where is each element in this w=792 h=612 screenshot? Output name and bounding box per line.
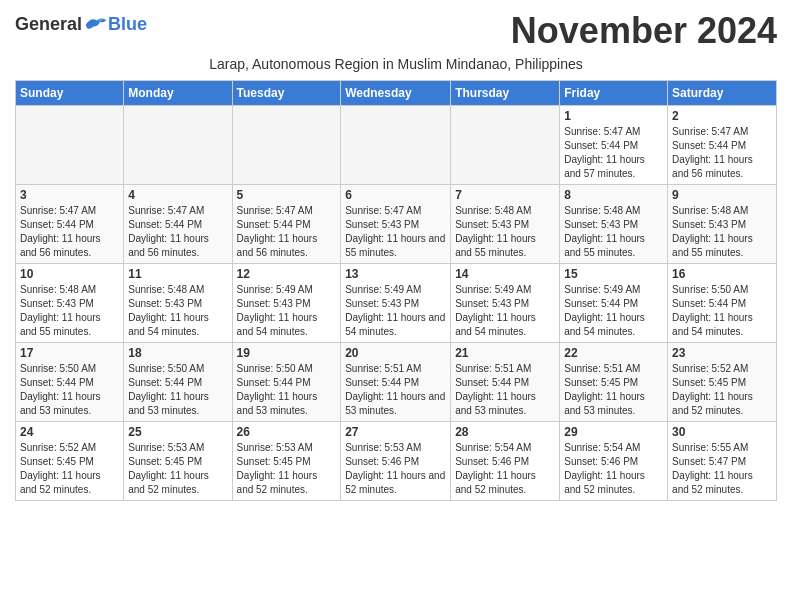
calendar-week-row: 1Sunrise: 5:47 AM Sunset: 5:44 PM Daylig…	[16, 106, 777, 185]
day-number: 13	[345, 267, 446, 281]
calendar-day-cell: 8Sunrise: 5:48 AM Sunset: 5:43 PM Daylig…	[560, 185, 668, 264]
day-number: 28	[455, 425, 555, 439]
logo-blue-text: Blue	[108, 14, 147, 35]
calendar-day-cell: 17Sunrise: 5:50 AM Sunset: 5:44 PM Dayli…	[16, 343, 124, 422]
logo: General Blue	[15, 14, 147, 35]
day-info: Sunrise: 5:47 AM Sunset: 5:44 PM Dayligh…	[237, 204, 337, 260]
calendar-day-cell: 20Sunrise: 5:51 AM Sunset: 5:44 PM Dayli…	[341, 343, 451, 422]
day-info: Sunrise: 5:47 AM Sunset: 5:44 PM Dayligh…	[20, 204, 119, 260]
calendar-day-cell: 16Sunrise: 5:50 AM Sunset: 5:44 PM Dayli…	[668, 264, 777, 343]
calendar-day-cell: 25Sunrise: 5:53 AM Sunset: 5:45 PM Dayli…	[124, 422, 232, 501]
weekday-header: Friday	[560, 81, 668, 106]
calendar-day-cell: 10Sunrise: 5:48 AM Sunset: 5:43 PM Dayli…	[16, 264, 124, 343]
day-info: Sunrise: 5:48 AM Sunset: 5:43 PM Dayligh…	[128, 283, 227, 339]
day-number: 7	[455, 188, 555, 202]
weekday-header: Thursday	[451, 81, 560, 106]
day-info: Sunrise: 5:55 AM Sunset: 5:47 PM Dayligh…	[672, 441, 772, 497]
day-info: Sunrise: 5:48 AM Sunset: 5:43 PM Dayligh…	[672, 204, 772, 260]
calendar-day-cell: 28Sunrise: 5:54 AM Sunset: 5:46 PM Dayli…	[451, 422, 560, 501]
day-info: Sunrise: 5:47 AM Sunset: 5:43 PM Dayligh…	[345, 204, 446, 260]
calendar-day-cell: 13Sunrise: 5:49 AM Sunset: 5:43 PM Dayli…	[341, 264, 451, 343]
calendar-week-row: 3Sunrise: 5:47 AM Sunset: 5:44 PM Daylig…	[16, 185, 777, 264]
calendar-subtitle: Larap, Autonomous Region in Muslim Minda…	[15, 56, 777, 72]
weekday-header: Saturday	[668, 81, 777, 106]
calendar-day-cell	[232, 106, 341, 185]
day-info: Sunrise: 5:49 AM Sunset: 5:43 PM Dayligh…	[345, 283, 446, 339]
day-info: Sunrise: 5:53 AM Sunset: 5:45 PM Dayligh…	[128, 441, 227, 497]
day-info: Sunrise: 5:52 AM Sunset: 5:45 PM Dayligh…	[672, 362, 772, 418]
day-number: 29	[564, 425, 663, 439]
day-info: Sunrise: 5:47 AM Sunset: 5:44 PM Dayligh…	[128, 204, 227, 260]
day-info: Sunrise: 5:53 AM Sunset: 5:46 PM Dayligh…	[345, 441, 446, 497]
day-number: 20	[345, 346, 446, 360]
calendar-day-cell: 22Sunrise: 5:51 AM Sunset: 5:45 PM Dayli…	[560, 343, 668, 422]
day-number: 15	[564, 267, 663, 281]
logo-general-text: General	[15, 14, 82, 35]
calendar-day-cell: 21Sunrise: 5:51 AM Sunset: 5:44 PM Dayli…	[451, 343, 560, 422]
calendar-day-cell: 1Sunrise: 5:47 AM Sunset: 5:44 PM Daylig…	[560, 106, 668, 185]
day-number: 17	[20, 346, 119, 360]
calendar-week-row: 17Sunrise: 5:50 AM Sunset: 5:44 PM Dayli…	[16, 343, 777, 422]
day-info: Sunrise: 5:48 AM Sunset: 5:43 PM Dayligh…	[455, 204, 555, 260]
calendar-day-cell: 26Sunrise: 5:53 AM Sunset: 5:45 PM Dayli…	[232, 422, 341, 501]
day-number: 22	[564, 346, 663, 360]
calendar-day-cell: 3Sunrise: 5:47 AM Sunset: 5:44 PM Daylig…	[16, 185, 124, 264]
calendar-day-cell: 19Sunrise: 5:50 AM Sunset: 5:44 PM Dayli…	[232, 343, 341, 422]
day-info: Sunrise: 5:50 AM Sunset: 5:44 PM Dayligh…	[672, 283, 772, 339]
calendar-day-cell	[124, 106, 232, 185]
calendar-day-cell: 2Sunrise: 5:47 AM Sunset: 5:44 PM Daylig…	[668, 106, 777, 185]
calendar-day-cell	[451, 106, 560, 185]
day-number: 11	[128, 267, 227, 281]
day-number: 19	[237, 346, 337, 360]
day-info: Sunrise: 5:51 AM Sunset: 5:45 PM Dayligh…	[564, 362, 663, 418]
day-number: 23	[672, 346, 772, 360]
day-info: Sunrise: 5:49 AM Sunset: 5:44 PM Dayligh…	[564, 283, 663, 339]
weekday-header: Wednesday	[341, 81, 451, 106]
day-number: 21	[455, 346, 555, 360]
day-number: 25	[128, 425, 227, 439]
day-number: 9	[672, 188, 772, 202]
calendar-day-cell: 24Sunrise: 5:52 AM Sunset: 5:45 PM Dayli…	[16, 422, 124, 501]
day-number: 4	[128, 188, 227, 202]
calendar-day-cell: 30Sunrise: 5:55 AM Sunset: 5:47 PM Dayli…	[668, 422, 777, 501]
calendar-day-cell: 5Sunrise: 5:47 AM Sunset: 5:44 PM Daylig…	[232, 185, 341, 264]
day-number: 16	[672, 267, 772, 281]
day-number: 6	[345, 188, 446, 202]
calendar-day-cell: 4Sunrise: 5:47 AM Sunset: 5:44 PM Daylig…	[124, 185, 232, 264]
calendar-day-cell: 18Sunrise: 5:50 AM Sunset: 5:44 PM Dayli…	[124, 343, 232, 422]
day-number: 1	[564, 109, 663, 123]
day-number: 24	[20, 425, 119, 439]
day-number: 14	[455, 267, 555, 281]
day-info: Sunrise: 5:51 AM Sunset: 5:44 PM Dayligh…	[455, 362, 555, 418]
day-info: Sunrise: 5:50 AM Sunset: 5:44 PM Dayligh…	[128, 362, 227, 418]
calendar-day-cell: 27Sunrise: 5:53 AM Sunset: 5:46 PM Dayli…	[341, 422, 451, 501]
weekday-header: Tuesday	[232, 81, 341, 106]
day-info: Sunrise: 5:54 AM Sunset: 5:46 PM Dayligh…	[564, 441, 663, 497]
calendar-day-cell: 29Sunrise: 5:54 AM Sunset: 5:46 PM Dayli…	[560, 422, 668, 501]
calendar-week-row: 10Sunrise: 5:48 AM Sunset: 5:43 PM Dayli…	[16, 264, 777, 343]
day-number: 3	[20, 188, 119, 202]
calendar-week-row: 24Sunrise: 5:52 AM Sunset: 5:45 PM Dayli…	[16, 422, 777, 501]
day-info: Sunrise: 5:49 AM Sunset: 5:43 PM Dayligh…	[455, 283, 555, 339]
calendar-day-cell: 12Sunrise: 5:49 AM Sunset: 5:43 PM Dayli…	[232, 264, 341, 343]
calendar-day-cell	[16, 106, 124, 185]
month-title: November 2024	[511, 10, 777, 52]
day-number: 5	[237, 188, 337, 202]
day-number: 27	[345, 425, 446, 439]
calendar-table: SundayMondayTuesdayWednesdayThursdayFrid…	[15, 80, 777, 501]
day-number: 30	[672, 425, 772, 439]
calendar-day-cell: 9Sunrise: 5:48 AM Sunset: 5:43 PM Daylig…	[668, 185, 777, 264]
day-info: Sunrise: 5:53 AM Sunset: 5:45 PM Dayligh…	[237, 441, 337, 497]
day-number: 18	[128, 346, 227, 360]
day-number: 26	[237, 425, 337, 439]
day-info: Sunrise: 5:47 AM Sunset: 5:44 PM Dayligh…	[672, 125, 772, 181]
calendar-day-cell: 7Sunrise: 5:48 AM Sunset: 5:43 PM Daylig…	[451, 185, 560, 264]
day-info: Sunrise: 5:50 AM Sunset: 5:44 PM Dayligh…	[20, 362, 119, 418]
day-number: 8	[564, 188, 663, 202]
calendar-day-cell: 15Sunrise: 5:49 AM Sunset: 5:44 PM Dayli…	[560, 264, 668, 343]
calendar-day-cell	[341, 106, 451, 185]
weekday-header: Sunday	[16, 81, 124, 106]
calendar-day-cell: 23Sunrise: 5:52 AM Sunset: 5:45 PM Dayli…	[668, 343, 777, 422]
day-number: 12	[237, 267, 337, 281]
weekday-header: Monday	[124, 81, 232, 106]
